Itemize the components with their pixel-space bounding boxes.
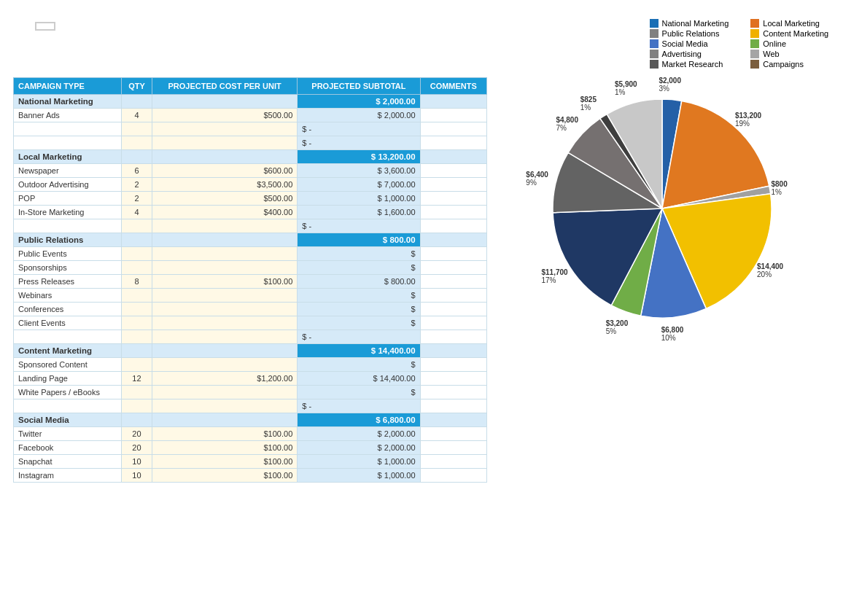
- row-subtotal: $ -: [298, 136, 420, 150]
- row-cost: $100.00: [152, 441, 298, 455]
- row-comment: [420, 289, 486, 303]
- category-row: Local Marketing$ 13,200.00: [14, 150, 487, 164]
- legend-area: National Marketing Local Marketing Publi…: [650, 19, 830, 69]
- category-subtotal: $ 6,800.00: [298, 413, 420, 427]
- media-plan-table: CAMPAIGN TYPEQTYPROJECTED COST PER UNITP…: [13, 77, 487, 483]
- table-row: Snapchat10$100.00$ 1,000.00: [14, 455, 487, 469]
- pie-label: $14,40020%: [757, 262, 783, 278]
- row-qty: 2: [121, 178, 152, 192]
- category-row: Public Relations$ 800.00: [14, 233, 487, 247]
- row-qty: [121, 386, 152, 399]
- pie-label: $6,4009%: [526, 171, 548, 187]
- row-cost: [152, 316, 298, 330]
- row-comment: [420, 427, 486, 441]
- row-comment: [420, 358, 486, 372]
- row-comment: [420, 441, 486, 455]
- table-header: COMMENTS: [420, 78, 486, 95]
- table-row: Sponsorships$: [14, 261, 487, 275]
- table-row: Newspaper6$600.00$ 3,600.00: [14, 164, 487, 178]
- row-qty: 10: [121, 455, 152, 469]
- legend-item: Web: [750, 50, 830, 58]
- row-name: Twitter: [14, 427, 122, 441]
- row-subtotal: $ 2,000.00: [298, 427, 420, 441]
- row-qty: [121, 330, 152, 344]
- row-comment: [420, 136, 486, 150]
- row-cost: [152, 386, 298, 399]
- row-comment: [420, 164, 486, 178]
- legend-item: Content Marketing: [750, 29, 830, 38]
- row-cost: [152, 399, 298, 413]
- row-qty: [121, 358, 152, 372]
- table-row: Sponsored Content$: [14, 358, 487, 372]
- row-comment: [420, 455, 486, 469]
- row-name: [14, 399, 122, 413]
- row-name: White Papers / eBooks: [14, 386, 122, 399]
- row-qty: 20: [121, 427, 152, 441]
- row-cost: [152, 330, 298, 344]
- row-cost: $500.00: [152, 192, 298, 206]
- legend-label: Advertising: [662, 50, 702, 58]
- legend-color-box: [650, 39, 659, 48]
- table-row: In-Store Marketing4$400.00$ 1,600.00: [14, 206, 487, 219]
- row-qty: [121, 136, 152, 150]
- pie-label: $2,0003%: [659, 77, 681, 93]
- row-cost: [152, 122, 298, 136]
- category-name: Content Marketing: [14, 344, 122, 358]
- row-cost: $100.00: [152, 427, 298, 441]
- row-name: Press Releases: [14, 275, 122, 289]
- row-name: Snapchat: [14, 455, 122, 469]
- legend-label: Social Media: [662, 39, 708, 48]
- row-qty: [121, 399, 152, 413]
- main-content: CAMPAIGN TYPEQTYPROJECTED COST PER UNITP…: [13, 77, 830, 483]
- page: National Marketing Local Marketing Publi…: [0, 0, 843, 494]
- legend-item: Advertising: [650, 50, 729, 58]
- row-subtotal: $ 1,000.00: [298, 192, 420, 206]
- row-subtotal: $ 14,400.00: [298, 372, 420, 386]
- row-qty: 12: [121, 372, 152, 386]
- table-row: Client Events$: [14, 316, 487, 330]
- row-cost: $100.00: [152, 275, 298, 289]
- category-row: National Marketing$ 2,000.00: [14, 95, 487, 109]
- projected-value-box: [35, 22, 55, 31]
- row-qty: 4: [121, 206, 152, 219]
- row-cost: $3,500.00: [152, 178, 298, 192]
- row-subtotal: $ 3,600.00: [298, 164, 420, 178]
- category-name: Local Marketing: [14, 150, 122, 164]
- row-qty: [121, 261, 152, 275]
- row-name: [14, 330, 122, 344]
- row-name: Outdoor Advertising: [14, 178, 122, 192]
- category-subtotal: $ 800.00: [298, 233, 420, 247]
- table-row: White Papers / eBooks$: [14, 386, 487, 399]
- row-subtotal: $ 1,000.00: [298, 455, 420, 469]
- row-cost: [152, 289, 298, 303]
- legend-item: Market Research: [650, 60, 729, 69]
- row-subtotal: $ 1,600.00: [298, 206, 420, 219]
- legend-color-box: [750, 60, 759, 69]
- row-name: Webinars: [14, 289, 122, 303]
- row-subtotal: $ -: [298, 219, 420, 233]
- row-name: Facebook: [14, 441, 122, 455]
- row-qty: [121, 303, 152, 316]
- legend-color-box: [650, 19, 659, 28]
- row-qty: 2: [121, 192, 152, 206]
- row-qty: [121, 247, 152, 261]
- row-subtotal: $: [298, 289, 420, 303]
- chart-section: $2,0003%$13,20019%$8001%$14,40020%$6,800…: [494, 77, 830, 332]
- row-subtotal: $: [298, 303, 420, 316]
- row-qty: [121, 316, 152, 330]
- category-row: Content Marketing$ 14,400.00: [14, 344, 487, 358]
- category-row: Social Media$ 6,800.00: [14, 413, 487, 427]
- table-header: QTY: [121, 78, 152, 95]
- row-cost: [152, 358, 298, 372]
- legend-item: Online: [750, 39, 830, 48]
- table-row: Press Releases8$100.00$ 800.00: [14, 275, 487, 289]
- row-cost: $600.00: [152, 164, 298, 178]
- row-cost: $400.00: [152, 206, 298, 219]
- table-row: Webinars$: [14, 289, 487, 303]
- row-qty: [121, 219, 152, 233]
- pie-label: $4,8007%: [556, 116, 578, 132]
- table-row: Twitter20$100.00$ 2,000.00: [14, 427, 487, 441]
- row-comment: [420, 386, 486, 399]
- legend-color-box: [750, 50, 759, 58]
- row-name: Newspaper: [14, 164, 122, 178]
